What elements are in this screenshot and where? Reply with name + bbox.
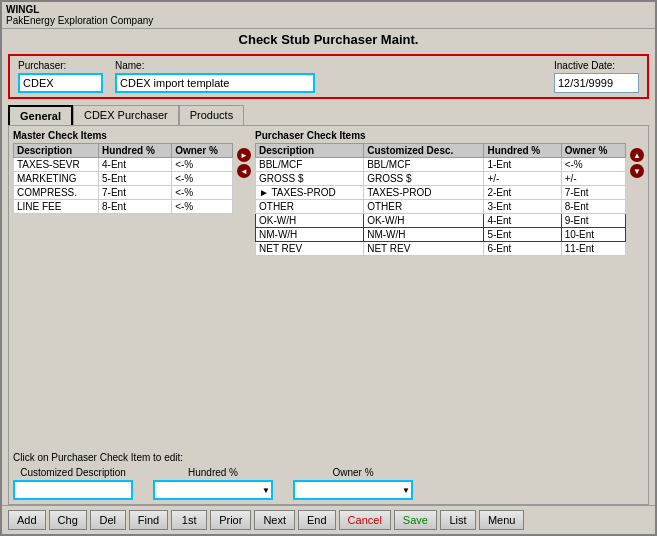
hundred-select-wrapper	[153, 480, 273, 500]
purchaser-table: Description Customized Desc. Hundred % O…	[255, 143, 626, 256]
bottom-bar: Add Chg Del Find 1st Prior Next End Canc…	[2, 505, 655, 534]
purchaser-check-items-section: Purchaser Check Items Description Custom…	[255, 130, 626, 446]
table-row[interactable]: ► TAXES-PROD TAXES-PROD 2-Ent 7-Ent	[256, 186, 626, 200]
master-col-hundred: Hundred %	[99, 144, 172, 158]
purch-col-custom: Customized Desc.	[364, 144, 484, 158]
table-row[interactable]: NET REV NET REV 6-Ent 11-Ent	[256, 242, 626, 256]
table-row[interactable]: OK-W/H OK-W/H 4-Ent 9-Ent	[256, 214, 626, 228]
next-button[interactable]: Next	[254, 510, 295, 530]
end-button[interactable]: End	[298, 510, 336, 530]
hundred-select[interactable]	[153, 480, 273, 500]
tabs-section: General CDEX Purchaser Products	[8, 105, 649, 125]
table-row[interactable]: BBL/MCF BBL/MCF 1-Ent <-%	[256, 158, 626, 172]
right-arrows: ▲ ▼	[630, 130, 644, 446]
purchaser-title: Purchaser Check Items	[255, 130, 626, 141]
chg-button[interactable]: Chg	[49, 510, 87, 530]
customized-desc-group: Customized Description	[13, 467, 133, 500]
main-window: WINGL PakEnergy Exploration Company Chec…	[0, 0, 657, 536]
menu-button[interactable]: Menu	[479, 510, 525, 530]
owner-label: Owner %	[293, 467, 413, 478]
cancel-button[interactable]: Cancel	[339, 510, 391, 530]
owner-select-wrapper	[293, 480, 413, 500]
edit-section-label: Click on Purchaser Check Item to edit:	[13, 452, 644, 463]
add-button[interactable]: Add	[8, 510, 46, 530]
purchaser-input[interactable]	[18, 73, 103, 93]
name-label: Name:	[115, 60, 315, 71]
title-bar: WINGL PakEnergy Exploration Company	[2, 2, 655, 29]
table-row[interactable]: LINE FEE 8-Ent <-%	[14, 200, 233, 214]
master-col-desc: Description	[14, 144, 99, 158]
table-row[interactable]: MARKETING 5-Ent <-%	[14, 172, 233, 186]
first-button[interactable]: 1st	[171, 510, 207, 530]
inactive-date-input[interactable]	[554, 73, 639, 93]
table-row[interactable]: NM-W/H NM-W/H 5-Ent 10-Ent	[256, 228, 626, 242]
edit-fields: Customized Description Hundred % Owner %	[13, 467, 644, 500]
list-button[interactable]: List	[440, 510, 476, 530]
master-check-items-section: Master Check Items Description Hundred %…	[13, 130, 233, 446]
owner-select[interactable]	[293, 480, 413, 500]
owner-group: Owner %	[293, 467, 413, 500]
tables-row: Master Check Items Description Hundred %…	[13, 130, 644, 446]
name-field-group: Name:	[115, 60, 315, 93]
table-row[interactable]: COMPRESS. 7-Ent <-%	[14, 186, 233, 200]
app-name: WINGL	[6, 4, 39, 15]
move-down-btn[interactable]: ▼	[630, 164, 644, 178]
table-row[interactable]: TAXES-SEVR 4-Ent <-%	[14, 158, 233, 172]
move-up-btn[interactable]: ▲	[630, 148, 644, 162]
master-table: Description Hundred % Owner % TAXES-SEVR…	[13, 143, 233, 214]
transfer-arrows: ► ◄	[237, 130, 251, 446]
prior-button[interactable]: Prior	[210, 510, 251, 530]
del-button[interactable]: Del	[90, 510, 126, 530]
hundred-group: Hundred %	[153, 467, 273, 500]
hundred-label: Hundred %	[153, 467, 273, 478]
master-col-owner: Owner %	[172, 144, 233, 158]
content-area: Master Check Items Description Hundred %…	[8, 125, 649, 505]
master-title: Master Check Items	[13, 130, 233, 141]
header-section: Purchaser: Name: Inactive Date:	[8, 54, 649, 99]
tab-products[interactable]: Products	[179, 105, 244, 125]
table-row[interactable]: OTHER OTHER 3-Ent 8-Ent	[256, 200, 626, 214]
inactive-date-label: Inactive Date:	[554, 60, 639, 71]
purch-col-hundred: Hundred %	[484, 144, 561, 158]
purch-col-owner: Owner %	[561, 144, 625, 158]
add-to-purchaser-btn[interactable]: ►	[237, 148, 251, 162]
tab-general[interactable]: General	[8, 105, 73, 125]
inactive-date-group: Inactive Date:	[554, 60, 639, 93]
save-button[interactable]: Save	[394, 510, 437, 530]
edit-section: Click on Purchaser Check Item to edit: C…	[13, 452, 644, 500]
customized-desc-input[interactable]	[13, 480, 133, 500]
purchaser-field-group: Purchaser:	[18, 60, 103, 93]
table-row[interactable]: GROSS $ GROSS $ +/- +/-	[256, 172, 626, 186]
tab-cdex-purchaser[interactable]: CDEX Purchaser	[73, 105, 179, 125]
company-name: PakEnergy Exploration Company	[6, 15, 153, 26]
page-title: Check Stub Purchaser Maint.	[2, 29, 655, 50]
find-button[interactable]: Find	[129, 510, 168, 530]
purchaser-label: Purchaser:	[18, 60, 103, 71]
header-left: Purchaser: Name:	[18, 60, 315, 93]
customized-desc-label: Customized Description	[13, 467, 133, 478]
purch-col-desc: Description	[256, 144, 364, 158]
name-input[interactable]	[115, 73, 315, 93]
remove-from-purchaser-btn[interactable]: ◄	[237, 164, 251, 178]
